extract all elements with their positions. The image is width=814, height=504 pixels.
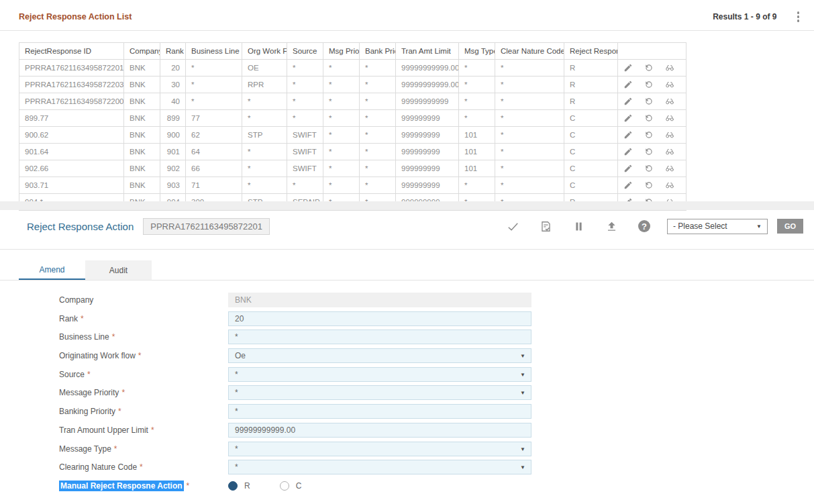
table-row: 899.77BNK89977****999999999**C: [19, 110, 686, 127]
required-marker: *: [118, 407, 121, 416]
help-icon-glyph: ?: [638, 220, 650, 232]
kebab-menu-icon[interactable]: [793, 10, 804, 23]
table-cell: *: [459, 93, 495, 110]
table-cell: *: [495, 177, 564, 194]
radio-manual-reject-resposne-action-r[interactable]: R: [228, 481, 250, 491]
table-cell: 899: [160, 110, 186, 127]
table-cell: SWIFT: [287, 144, 323, 160]
field-business-line[interactable]: *: [228, 330, 531, 344]
table-cell: *: [186, 93, 242, 110]
select-message-priority[interactable]: *: [228, 385, 531, 400]
edit-pencil-icon[interactable]: [623, 80, 633, 89]
table-cell: 900.62: [19, 127, 124, 144]
table-cell: *: [323, 160, 360, 177]
radio-circle[interactable]: [228, 481, 238, 491]
edit-pencil-icon[interactable]: [623, 130, 633, 140]
select-message-type[interactable]: *: [228, 442, 531, 456]
binoculars-icon[interactable]: [665, 63, 674, 72]
required-marker: *: [138, 351, 142, 360]
column-header: Business Line: [186, 43, 242, 60]
detail-left: Reject Response Action PPRRA176211634958…: [27, 218, 270, 235]
action-select-value: - Please Select: [673, 221, 727, 231]
field-rank[interactable]: 20: [228, 311, 531, 326]
help-icon[interactable]: ?: [638, 219, 651, 233]
action-select[interactable]: - Please Select ▼: [667, 219, 768, 234]
binoculars-icon[interactable]: [665, 147, 674, 156]
revert-icon[interactable]: [644, 181, 654, 190]
form-row: Message Type**: [59, 442, 531, 456]
column-header-actions: [618, 43, 686, 60]
table-cell: 999999999: [396, 160, 459, 177]
table-cell: 40: [160, 93, 186, 110]
table-cell: *: [495, 127, 564, 144]
table-cell: *: [459, 77, 495, 93]
field-label-originating-work-flow: Originating Work flow*: [59, 351, 228, 360]
table-cell: 903.71: [19, 177, 124, 194]
edit-pencil-icon[interactable]: [623, 181, 633, 190]
detail-title: Reject Response Action: [27, 221, 134, 232]
select-source[interactable]: *: [228, 367, 531, 382]
edit-pencil-icon[interactable]: [623, 113, 633, 123]
table-cell: 902: [160, 160, 186, 177]
approve-check-icon[interactable]: [506, 219, 519, 233]
binoculars-icon[interactable]: [665, 181, 674, 190]
table-row: PPRRA17621163495872200BNK40*****99999999…: [19, 93, 686, 110]
table-cell: C: [564, 127, 618, 144]
field-label-tran-amount-upper-limit: Tran Amount Upper Limit*: [59, 425, 228, 435]
revert-icon[interactable]: [644, 63, 654, 72]
field-tran-amount-upper-limit[interactable]: 99999999999.00: [228, 423, 531, 438]
column-header: Source: [287, 43, 323, 60]
field-banking-priority[interactable]: *: [228, 404, 531, 419]
tab-amend[interactable]: Amend: [19, 260, 85, 281]
required-marker: *: [87, 370, 91, 379]
table-cell: *: [360, 110, 396, 127]
divider: [0, 280, 814, 281]
verify-document-icon[interactable]: [539, 219, 552, 233]
form-row: Tran Amount Upper Limit*99999999999.00: [59, 423, 531, 438]
select-originating-work-flow[interactable]: Oe: [228, 348, 531, 363]
table-cell: *: [323, 110, 360, 127]
go-button[interactable]: GO: [777, 219, 803, 234]
revert-icon[interactable]: [644, 147, 654, 156]
required-marker: *: [187, 481, 190, 491]
radio-circle[interactable]: [280, 481, 289, 491]
column-header: RejectResponse ID: [19, 43, 124, 60]
table-cell: BNK: [124, 93, 160, 110]
revert-icon[interactable]: [644, 80, 654, 89]
binoculars-icon[interactable]: [665, 113, 674, 123]
binoculars-icon[interactable]: [665, 97, 674, 106]
table-cell: 999999999: [396, 177, 459, 194]
row-actions: [618, 77, 686, 93]
field-label-manual-reject-resposne-action: Manual Reject Resposne Action*: [59, 481, 228, 491]
edit-pencil-icon[interactable]: [623, 63, 633, 72]
table-cell: *: [323, 77, 360, 93]
hold-pause-icon[interactable]: [572, 219, 585, 233]
table-cell: *: [186, 60, 242, 77]
revert-icon[interactable]: [644, 130, 654, 140]
table-cell: 66: [186, 160, 242, 177]
table-cell: *: [287, 177, 323, 194]
table-cell: 901.64: [19, 144, 124, 160]
table-cell: *: [495, 77, 564, 93]
form-row: Message Priority**: [59, 385, 531, 400]
table-cell: 999999999: [396, 127, 459, 144]
select-clearing-nature-code[interactable]: *: [228, 460, 531, 474]
table-cell: BNK: [124, 77, 160, 93]
table-cell: 99999999999.00: [396, 77, 459, 93]
tab-audit[interactable]: Audit: [85, 260, 152, 281]
reject-response-table: RejectResponse IDCompanyRankBusiness Lin…: [19, 42, 686, 211]
binoculars-icon[interactable]: [665, 130, 674, 140]
edit-pencil-icon[interactable]: [623, 97, 633, 106]
revert-icon[interactable]: [644, 164, 654, 173]
edit-pencil-icon[interactable]: [623, 147, 633, 156]
binoculars-icon[interactable]: [665, 80, 674, 89]
revert-icon[interactable]: [644, 97, 654, 106]
upload-icon[interactable]: [605, 219, 618, 233]
revert-icon[interactable]: [644, 113, 654, 123]
table-cell: *: [242, 160, 287, 177]
table-cell: *: [360, 144, 396, 160]
table-cell: 902.66: [19, 160, 124, 177]
edit-pencil-icon[interactable]: [623, 164, 633, 173]
radio-manual-reject-resposne-action-c[interactable]: C: [280, 481, 302, 491]
binoculars-icon[interactable]: [665, 164, 674, 173]
